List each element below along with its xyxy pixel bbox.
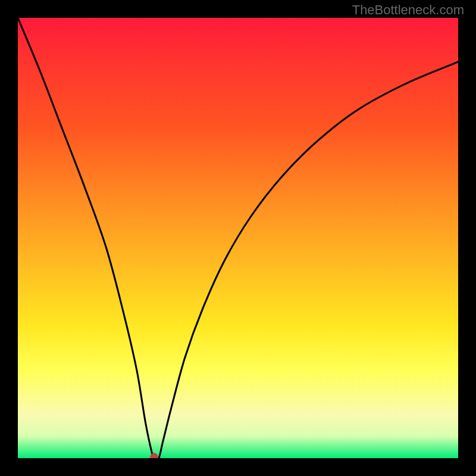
- bottleneck-curve-icon: [18, 18, 458, 458]
- watermark-text: TheBottleneck.com: [352, 2, 464, 18]
- plot-area: [18, 18, 458, 458]
